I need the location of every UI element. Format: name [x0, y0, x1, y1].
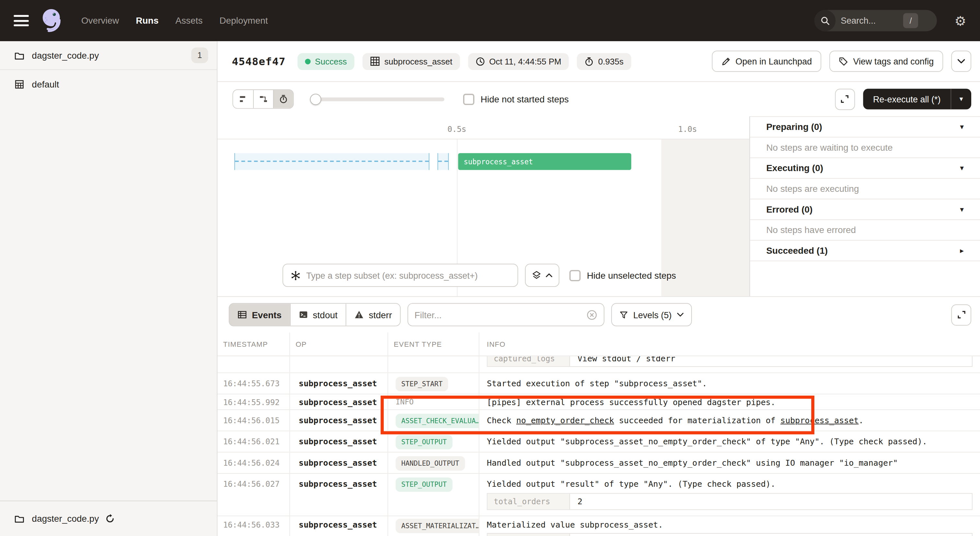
- tab-events[interactable]: Events: [229, 304, 290, 325]
- folder-icon: [14, 50, 24, 60]
- col-event-type: EVENT TYPE: [388, 332, 480, 356]
- job-icon: [14, 80, 24, 89]
- search-input[interactable]: [841, 16, 903, 25]
- log-row[interactable]: 16:44:56.021 subprocess_asset STEP_OUTPU…: [218, 431, 980, 453]
- triangle-right-icon: ▸: [960, 246, 964, 255]
- asset-tag[interactable]: subprocess_asset: [362, 53, 460, 70]
- pencil-icon: [721, 57, 730, 66]
- view-mode-timed-icon[interactable]: [273, 90, 293, 108]
- view-mode-flat-icon[interactable]: [233, 90, 253, 108]
- levels-filter-button[interactable]: Levels (5): [611, 303, 692, 326]
- graph-query-toggle-button[interactable]: [525, 264, 559, 287]
- step-subset-inputbox[interactable]: [283, 264, 518, 287]
- gantt-toolbar: Hide not started steps Re-execute all (*…: [218, 82, 980, 116]
- log-timestamp: 16:44:56.027: [218, 474, 290, 515]
- tab-events-label: Events: [252, 310, 282, 320]
- sidebar-item-job-default[interactable]: default: [0, 70, 217, 99]
- log-row[interactable]: 16:44:56.015 subprocess_asset ASSET_CHEC…: [218, 410, 980, 431]
- tag-icon: [839, 57, 848, 66]
- panel-message-preparing-text: No steps are waiting to execute: [766, 143, 964, 153]
- event-type-badge: STEP_OUTPUT: [396, 477, 452, 491]
- stopwatch-icon: [584, 57, 594, 66]
- check-name-link[interactable]: no_empty_order_check: [516, 415, 614, 425]
- reload-icon[interactable]: [105, 514, 115, 524]
- dagster-logo-icon[interactable]: [40, 8, 64, 34]
- panel-section-errored[interactable]: Errored (0) ▾: [750, 199, 980, 220]
- open-in-launchpad-button[interactable]: Open in Launchpad: [712, 51, 821, 72]
- console-icon: [299, 310, 308, 320]
- panel-message-executing-text: No steps are executing: [766, 184, 964, 194]
- log-timestamp: 16:44:56.015: [218, 410, 290, 431]
- nav-item-assets[interactable]: Assets: [175, 16, 202, 25]
- log-row-partial[interactable]: captured_logs View stdout / stderr: [218, 356, 980, 373]
- selection-range-segment-2: [438, 153, 449, 170]
- log-info: Check no_empty_order_check succeeded for…: [479, 410, 980, 431]
- log-row[interactable]: 16:44:56.027 subprocess_asset STEP_OUTPU…: [218, 474, 980, 516]
- hide-not-started-label: Hide not started steps: [480, 94, 569, 104]
- gantt-zoom-slider[interactable]: [310, 93, 445, 105]
- log-row[interactable]: 16:44:56.033 subprocess_asset ASSET_MATE…: [218, 516, 980, 536]
- metadata-key: captured_logs: [487, 356, 570, 366]
- log-row[interactable]: 16:44:55.673 subprocess_asset STEP_START…: [218, 373, 980, 394]
- hide-unselected-checkbox[interactable]: [570, 270, 581, 281]
- nav-item-overview[interactable]: Overview: [81, 16, 119, 25]
- funnel-icon: [619, 310, 628, 319]
- nav-item-runs[interactable]: Runs: [136, 16, 159, 25]
- panel-section-preparing[interactable]: Preparing (0) ▾: [750, 117, 980, 138]
- logs-fullscreen-button[interactable]: [951, 304, 971, 325]
- tab-stdout[interactable]: stdout: [290, 304, 346, 325]
- panel-section-succeeded[interactable]: Succeeded (1) ▸: [750, 240, 980, 261]
- chevron-down-icon: [958, 59, 965, 64]
- gantt-fullscreen-button[interactable]: [835, 89, 855, 110]
- event-type-badge: STEP_START: [396, 377, 448, 391]
- code-location-count-badge: 1: [191, 48, 208, 63]
- search-shortcut-badge: /: [903, 13, 918, 28]
- log-timestamp: 16:44:56.021: [218, 431, 290, 452]
- search-icon: [815, 10, 836, 32]
- step-subset-input[interactable]: [306, 270, 510, 280]
- metadata-table: [487, 533, 972, 536]
- log-filter-input[interactable]: [415, 310, 586, 320]
- triangle-down-icon: ▾: [960, 122, 964, 131]
- asset-name-link[interactable]: subprocess_asset: [780, 415, 859, 425]
- run-duration-tag: 0.935s: [577, 53, 631, 70]
- slider-handle[interactable]: [310, 93, 321, 105]
- nav-item-deployment[interactable]: Deployment: [220, 16, 268, 25]
- hide-not-started-checkbox[interactable]: [463, 93, 474, 105]
- panel-section-executing-title: Executing (0): [766, 163, 960, 173]
- clock-icon: [476, 57, 485, 66]
- metadata-table: total_orders 2: [487, 493, 972, 510]
- asset-tag-label: subprocess_asset: [384, 57, 452, 66]
- panel-message-errored-text: No steps have errored: [766, 225, 964, 235]
- panel-section-succeeded-title: Succeeded (1): [766, 246, 960, 256]
- gear-icon[interactable]: ⚙: [955, 14, 966, 27]
- chevron-down-icon: [677, 312, 684, 317]
- sidebar-item-code-location[interactable]: dagster_code.py 1: [0, 41, 217, 70]
- log-timestamp: 16:44:55.992: [218, 394, 290, 409]
- view-mode-waterfall-icon[interactable]: [253, 90, 273, 108]
- panel-section-errored-title: Errored (0): [766, 205, 960, 215]
- reexecute-all-label[interactable]: Re-execute all (*): [863, 89, 950, 110]
- log-op: subprocess_asset: [290, 394, 388, 409]
- reexecute-dropdown-button[interactable]: ▾: [950, 89, 971, 110]
- run-header-more-button[interactable]: [951, 51, 971, 72]
- gantt-step-bar[interactable]: subprocess_asset: [458, 153, 631, 170]
- run-timestamp-label: Oct 11, 4:44:55 PM: [489, 57, 561, 66]
- reexecute-all-button[interactable]: Re-execute all (*) ▾: [863, 89, 971, 110]
- global-search[interactable]: /: [815, 10, 937, 32]
- tab-stderr[interactable]: stderr: [346, 304, 400, 325]
- metadata-value-link[interactable]: View stdout / stderr: [570, 356, 972, 366]
- view-tags-config-button[interactable]: View tags and config: [829, 51, 943, 72]
- caret-down-icon: ▾: [959, 95, 963, 103]
- gantt-chart[interactable]: 0.5s 1.0s subprocess_asset: [218, 116, 749, 296]
- footer-file-label: dagster_code.py: [32, 514, 99, 524]
- axis-tick-1-0s: 1.0s: [678, 124, 697, 134]
- run-id: 4548ef47: [232, 55, 285, 68]
- log-row[interactable]: 16:44:56.024 subprocess_asset HANDLED_OU…: [218, 452, 980, 474]
- gantt-step-bar-label: subprocess_asset: [464, 157, 533, 166]
- log-row[interactable]: 16:44:55.992 subprocess_asset INFO [pipe…: [218, 394, 980, 410]
- panel-section-executing[interactable]: Executing (0) ▾: [750, 158, 980, 179]
- hamburger-menu-icon[interactable]: [14, 15, 29, 26]
- clear-filter-icon[interactable]: [586, 309, 598, 321]
- log-filter-box[interactable]: [408, 303, 605, 326]
